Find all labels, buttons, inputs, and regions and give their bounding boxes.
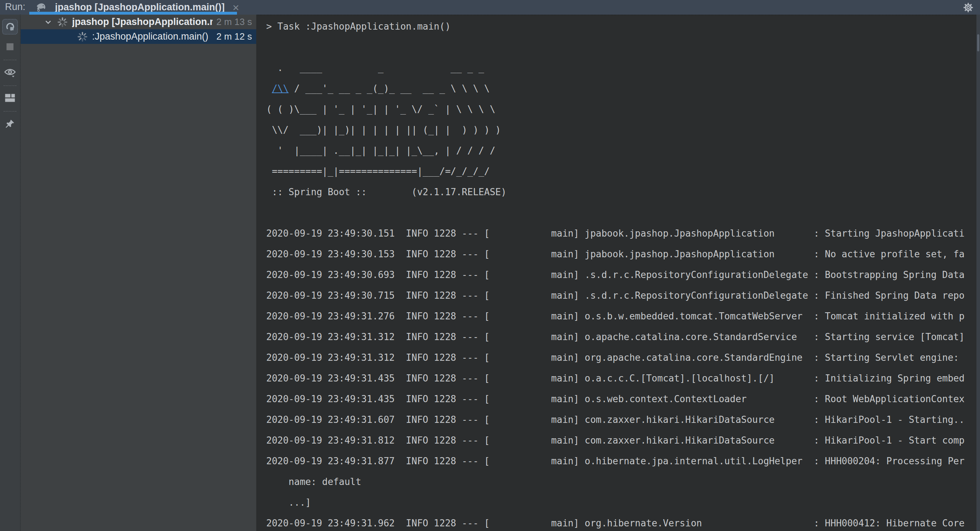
- run-tree-panel: jpashop [JpashopApplication.main()] 2 m …: [21, 14, 256, 531]
- console-line: 2020-09-19 23:49:30.693 INFO 1228 --- [ …: [266, 264, 980, 285]
- run-side-toolbar: [0, 14, 21, 531]
- console-line: 2020-09-19 23:49:30.151 INFO 1228 --- [ …: [266, 223, 980, 244]
- run-label: Run:: [5, 0, 25, 14]
- console-line: =========|_|==============|___/=/_/_/_/: [266, 161, 980, 182]
- pin-button[interactable]: [2, 116, 18, 132]
- console-line: 2020-09-19 23:49:31.312 INFO 1228 --- [ …: [266, 347, 980, 368]
- console-line: :: Spring Boot :: (v2.1.17.RELEASE): [266, 182, 980, 202]
- console-line: ' |____| .__|_| |_|_| |_\__, | / / / /: [266, 140, 980, 161]
- console-line: \\/ ___)| |_)| | | | | || (_| | ) ) ) ): [266, 119, 980, 140]
- run-toolwindow-header: Run: jpashop [JpashopApplication.main()]…: [0, 0, 980, 14]
- gear-icon[interactable]: [963, 2, 974, 13]
- stop-button[interactable]: [2, 39, 18, 55]
- tree-row-gradle-task[interactable]: jpashop [JpashopApplication.main()] 2 m …: [21, 14, 256, 29]
- toolbar-separator: [3, 60, 16, 60]
- console-line: 2020-09-19 23:49:31.962 INFO 1228 --- [ …: [266, 513, 980, 531]
- console-line: 2020-09-19 23:49:31.276 INFO 1228 --- [ …: [266, 306, 980, 326]
- gradle-elephant-icon: [36, 3, 46, 12]
- console-line: 2020-09-19 23:49:31.812 INFO 1228 --- [ …: [266, 430, 980, 451]
- console-scrollbar-track[interactable]: [977, 14, 980, 531]
- chevron-down-icon[interactable]: [43, 17, 53, 27]
- console-line: name: default: [266, 471, 980, 492]
- tree-row-main-task[interactable]: :JpashopApplication.main() 2 m 12 s: [21, 29, 256, 44]
- tree-row-duration: 2 m 13 s: [213, 16, 256, 27]
- active-tab-underline: [29, 12, 237, 14]
- toolbar-separator: [3, 111, 16, 112]
- console-line: 2020-09-19 23:49:31.312 INFO 1228 --- [ …: [266, 326, 980, 347]
- console-lines: > Task :JpashopApplication.main() . ____…: [257, 15, 980, 531]
- tree-row-label: :JpashopApplication.main(): [92, 31, 213, 42]
- console-line: > Task :JpashopApplication.main(): [266, 16, 980, 37]
- console-line: [266, 37, 980, 57]
- tab-close-icon[interactable]: ×: [233, 2, 239, 13]
- tree-row-label: jpashop [JpashopApplication.main()]: [72, 16, 213, 27]
- layout-button[interactable]: [2, 90, 18, 106]
- console-hyperlink[interactable]: /\\: [272, 83, 289, 94]
- console-output-pane[interactable]: > Task :JpashopApplication.main() . ____…: [257, 14, 980, 531]
- console-line: 2020-09-19 23:49:31.877 INFO 1228 --- [ …: [266, 451, 980, 471]
- console-line: ...]: [266, 492, 980, 513]
- console-line: 2020-09-19 23:49:31.435 INFO 1228 --- [ …: [266, 389, 980, 409]
- eye-options-button[interactable]: [2, 65, 18, 80]
- run-tab-title: jpashop [JpashopApplication.main()]: [55, 2, 225, 13]
- console-line: 2020-09-19 23:49:31.435 INFO 1228 --- [ …: [266, 368, 980, 389]
- spinner-running-icon: [57, 17, 68, 27]
- console-line: /\\ / ___'_ __ _ _(_)_ __ __ _ \ \ \ \: [266, 78, 980, 99]
- console-line: 2020-09-19 23:49:31.607 INFO 1228 --- [ …: [266, 409, 980, 430]
- console-line: 2020-09-19 23:49:30.715 INFO 1228 --- [ …: [266, 285, 980, 306]
- console-line: . ____ _ __ _ _: [266, 57, 980, 78]
- toolbar-separator: [3, 85, 16, 86]
- console-line: ( ( )\___ | '_ | '_| | '_ \/ _` | \ \ \ …: [266, 99, 980, 119]
- console-scrollbar-thumb[interactable]: [977, 34, 979, 51]
- spinner-running-icon: [77, 32, 88, 42]
- console-line: 2020-09-19 23:49:30.153 INFO 1228 --- [ …: [266, 244, 980, 264]
- console-line: [266, 202, 980, 223]
- tree-row-duration: 2 m 12 s: [213, 31, 256, 42]
- rerun-button[interactable]: [2, 19, 18, 35]
